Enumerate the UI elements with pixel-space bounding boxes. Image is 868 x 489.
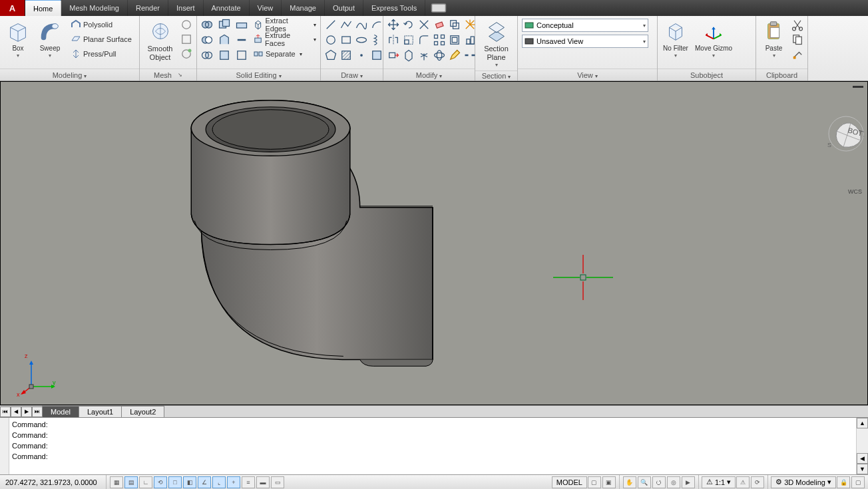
move-button[interactable]: [386, 17, 401, 32]
layout-next-button[interactable]: ▶: [21, 407, 32, 417]
planar-surface-button[interactable]: Planar Surface: [69, 32, 133, 47]
clean-screen-button[interactable]: ▢: [851, 476, 865, 488]
erase-button[interactable]: [432, 17, 447, 32]
quickview-layouts-button[interactable]: ▢: [588, 476, 601, 488]
command-body[interactable]: Command: Command: Command: Command:: [9, 418, 856, 474]
layout-tab-model[interactable]: Model: [42, 406, 79, 417]
tab-insert[interactable]: Insert: [168, 0, 204, 16]
tab-home[interactable]: Home: [25, 0, 61, 16]
no-filter-button[interactable]: No Filter ▾: [660, 17, 691, 60]
mesh-tool-2[interactable]: [179, 32, 194, 47]
section-plane-button[interactable]: Section Plane ▾: [478, 17, 515, 69]
viewport-3d[interactable]: z y x BOTTOM S WCS: [0, 81, 868, 405]
polar-button[interactable]: ⟲: [154, 476, 167, 488]
grid-button[interactable]: ▤: [124, 476, 138, 488]
layout-last-button[interactable]: ⏭: [32, 407, 43, 417]
edit-button[interactable]: [447, 48, 462, 63]
viewcube[interactable]: BOTTOM: [827, 115, 864, 152]
dyn-button[interactable]: +: [227, 476, 240, 488]
showmotion-button[interactable]: ▶: [682, 476, 695, 488]
mesh-tool-3[interactable]: [179, 47, 194, 61]
mirror-button[interactable]: [386, 33, 401, 47]
paste-button[interactable]: Paste ▾: [759, 17, 789, 60]
polysolid-button[interactable]: Polysolid: [69, 17, 133, 32]
ducs-button[interactable]: ⌞: [212, 476, 226, 488]
offset-button[interactable]: [447, 33, 462, 47]
arc-button[interactable]: [369, 17, 384, 32]
extrude-faces-button[interactable]: Extrude Faces▾: [252, 32, 318, 47]
3dosnap-button[interactable]: ◧: [183, 476, 196, 488]
panel-title-modeling[interactable]: Modeling: [0, 69, 139, 81]
pan-button[interactable]: ✋: [623, 476, 636, 488]
autoscale-button[interactable]: ⟳: [751, 476, 764, 488]
cut-button[interactable]: [790, 17, 805, 32]
move-gizmo-button[interactable]: Move Gizmo ▾: [692, 17, 735, 60]
lwt-button[interactable]: ≡: [242, 476, 255, 488]
subtract-button[interactable]: [200, 33, 214, 47]
workspace-button[interactable]: ⚙ 3D Modeling ▾: [771, 476, 836, 488]
mesh-tool-1[interactable]: [179, 17, 194, 32]
box-button[interactable]: Box ▾: [3, 17, 33, 60]
lock-ui-button[interactable]: 🔒: [837, 476, 850, 488]
rect-button[interactable]: [339, 33, 353, 47]
panel-title-draw[interactable]: Draw: [321, 69, 383, 81]
help-icon[interactable]: [425, 0, 452, 16]
tab-view[interactable]: View: [250, 0, 282, 16]
command-scrollbar[interactable]: ▲ ◀ ▼: [856, 418, 868, 474]
scroll-left-button[interactable]: ◀: [857, 453, 868, 464]
app-icon[interactable]: A: [0, 0, 25, 16]
tpy-button[interactable]: ▬: [256, 476, 270, 488]
trim-button[interactable]: [417, 17, 431, 32]
se-tool-b1[interactable]: [234, 17, 249, 32]
3dmove-button[interactable]: [417, 48, 431, 63]
orbit-button[interactable]: ⭯: [652, 476, 666, 488]
copy-button[interactable]: [447, 17, 462, 32]
rotate-button[interactable]: [401, 17, 416, 32]
zoom-button[interactable]: 🔍: [638, 476, 651, 488]
ellipse-button[interactable]: [354, 33, 369, 47]
qp-button[interactable]: ▭: [271, 476, 284, 488]
tab-mesh-modeling[interactable]: Mesh Modeling: [61, 0, 128, 16]
match-button[interactable]: [790, 47, 805, 61]
quickview-drawings-button[interactable]: ▣: [602, 476, 616, 488]
line-button[interactable]: [324, 17, 338, 32]
se-tool-b3[interactable]: [234, 48, 249, 63]
layout-first-button[interactable]: ⏮: [0, 407, 11, 417]
region-button[interactable]: [369, 48, 384, 63]
separate-button[interactable]: Separate▾: [252, 47, 318, 61]
array-button[interactable]: [432, 33, 447, 47]
snap-mode-button[interactable]: ▦: [110, 476, 123, 488]
ortho-button[interactable]: ∟: [139, 476, 152, 488]
coordinates-readout[interactable]: 207.4272, 321.9723, 0.0000: [0, 475, 107, 489]
layout-prev-button[interactable]: ◀: [11, 407, 21, 417]
intersect-button[interactable]: [200, 48, 214, 63]
scale-button[interactable]: [401, 33, 416, 47]
wcs-label[interactable]: WCS: [848, 188, 862, 195]
tab-annotate[interactable]: Annotate: [204, 0, 250, 16]
panel-title-solid-editing[interactable]: Solid Editing: [197, 69, 320, 81]
model-space-button[interactable]: MODEL: [552, 476, 587, 488]
3dalign-button[interactable]: [401, 48, 416, 63]
polyline-button[interactable]: [339, 17, 353, 32]
spline-button[interactable]: [354, 17, 369, 32]
visual-style-dropdown[interactable]: Conceptual ▾: [522, 19, 648, 32]
panel-title-mesh[interactable]: Mesh↘: [140, 69, 196, 81]
tab-render[interactable]: Render: [128, 0, 168, 16]
saved-view-dropdown[interactable]: Unsaved View ▾: [522, 35, 648, 48]
steering-wheel-button[interactable]: ◎: [667, 476, 680, 488]
scroll-up-button[interactable]: ▲: [857, 418, 868, 428]
panel-title-modify[interactable]: Modify: [383, 69, 475, 81]
osnap-button[interactable]: □: [168, 476, 182, 488]
scroll-down-button[interactable]: ▼: [857, 464, 868, 474]
union-button[interactable]: [200, 17, 214, 32]
annotation-visibility-button[interactable]: ⚠: [736, 476, 750, 488]
panel-title-view[interactable]: View: [518, 69, 657, 81]
circle-button[interactable]: [324, 33, 338, 47]
copy-clip-button[interactable]: [790, 32, 805, 47]
tab-manage[interactable]: Manage: [282, 0, 325, 16]
tab-output[interactable]: Output: [325, 0, 363, 16]
se-tool-b2[interactable]: [234, 33, 249, 47]
sweep-button[interactable]: Sweep ▾: [35, 17, 65, 60]
fillet-button[interactable]: [417, 33, 431, 47]
command-window[interactable]: Command: Command: Command: Command: ▲ ◀ …: [0, 417, 868, 474]
